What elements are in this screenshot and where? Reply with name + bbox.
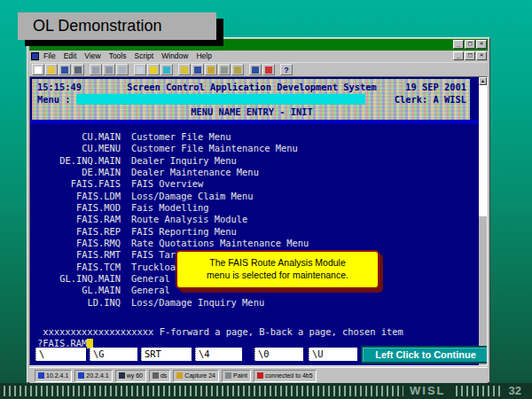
edit-icon bbox=[150, 66, 157, 74]
menu-entry-code: FAIS.RMQ bbox=[37, 238, 121, 249]
clear-button[interactable] bbox=[178, 64, 191, 75]
menu-entry-code: LD.INQ bbox=[37, 297, 121, 309]
menu-entry-row: FAIS.FAISFAIS Overview bbox=[37, 178, 309, 190]
menu-entry-desc: Loss/Damage Claim Menu bbox=[131, 191, 254, 201]
menu-entry-desc: Dealer Maintenance Menu bbox=[131, 167, 259, 177]
settings-button[interactable] bbox=[231, 64, 244, 75]
terminal-session-icon bbox=[38, 372, 44, 379]
menu-view[interactable]: View bbox=[84, 51, 100, 61]
session-button[interactable] bbox=[192, 64, 204, 75]
window-restore-icon[interactable]: □ bbox=[465, 40, 475, 49]
menu-entry-desc: Truckloa bbox=[131, 262, 176, 272]
taskbar-item-capture-24[interactable]: Capture 24 bbox=[173, 370, 219, 382]
child-window-close-icon[interactable]: × bbox=[476, 51, 487, 60]
fkey-label: \0 bbox=[254, 348, 303, 361]
slide-title: OL Demonstration bbox=[18, 12, 216, 40]
terminal-session-icon bbox=[78, 372, 84, 379]
disconnect-icon bbox=[265, 66, 272, 74]
print-preview-button[interactable] bbox=[90, 64, 102, 75]
monitor-icon bbox=[119, 372, 125, 379]
cut-icon bbox=[106, 66, 113, 74]
terminal-text-area: 15:15:49 Screen Control Application Deve… bbox=[30, 77, 479, 365]
menu-entry-desc: Rate Quotations Maintenance Menu bbox=[131, 238, 309, 248]
child-window-minimize-icon[interactable]: _ bbox=[453, 51, 464, 60]
menu-entry-code: DE.INQ.MAIN bbox=[37, 155, 121, 167]
vertical-scrollbar[interactable]: ▲ bbox=[479, 77, 487, 365]
new-button[interactable] bbox=[32, 64, 44, 75]
copy-button[interactable] bbox=[116, 64, 129, 75]
menu-prompt-label: Menu : bbox=[37, 94, 71, 106]
footer-brand: WISL bbox=[403, 384, 452, 397]
cut-button[interactable] bbox=[103, 64, 115, 75]
desktop-taskbar: 10.2.4.120.2.4.1wy 60dsCapture 24Paintco… bbox=[29, 367, 488, 383]
menu-entry-desc: Loss/Damage Inquiry Menu bbox=[131, 297, 264, 308]
menu-edit[interactable]: Edit bbox=[64, 51, 77, 61]
menu-entry-row: FAIS.RMQRate Quotations Maintenance Menu bbox=[37, 238, 309, 249]
capture-icon bbox=[207, 66, 215, 74]
scroll-up-icon[interactable]: ▲ bbox=[479, 77, 487, 85]
footer-strip: WISL 32 bbox=[0, 383, 532, 399]
open-button[interactable] bbox=[45, 64, 58, 75]
child-window-restore-icon[interactable]: □ bbox=[465, 51, 475, 60]
menu-name-input[interactable] bbox=[76, 94, 365, 105]
paging-hint: xxxxxxxxxxxxxxxxxxxx F-forward a page, B… bbox=[37, 326, 403, 338]
taskbar-item-paint[interactable]: Paint bbox=[222, 370, 251, 382]
menu-file[interactable]: File bbox=[43, 51, 56, 61]
menu-entry-desc: FAIS Overview bbox=[131, 178, 203, 189]
callout-line1: The FAIS Route Analysis Module bbox=[177, 256, 378, 269]
disconnect-button[interactable] bbox=[262, 64, 275, 75]
open-icon bbox=[48, 66, 55, 74]
taskbar-item-20-2-4-1[interactable]: 20.2.4.1 bbox=[74, 370, 112, 382]
save-button[interactable] bbox=[59, 64, 71, 75]
terminal-header: 15:15:49 Screen Control Application Deve… bbox=[32, 79, 470, 120]
menu-entry-desc: Customer File Maintenance Menu bbox=[131, 143, 298, 153]
menu-help[interactable]: Help bbox=[196, 51, 211, 61]
taskbar-item-ds[interactable]: ds bbox=[149, 370, 170, 382]
print-button[interactable] bbox=[72, 64, 84, 75]
paste-icon bbox=[137, 66, 144, 74]
menu-entry-code: DE.MAIN bbox=[37, 167, 121, 178]
window-controls: _□× bbox=[453, 40, 487, 49]
menu-entry-code: GL.MAIN bbox=[37, 285, 121, 296]
menu-entry-row: CU.MENUCustomer File Maintenance Menu bbox=[37, 143, 309, 154]
menu-entry-row: CU.MAINCustomer File Menu bbox=[37, 131, 309, 143]
menu-tools[interactable]: Tools bbox=[109, 51, 127, 61]
capture-icon bbox=[176, 372, 183, 379]
print-screen-button[interactable] bbox=[218, 64, 231, 75]
scrollbar-thumb[interactable] bbox=[479, 85, 487, 216]
edit-button[interactable] bbox=[147, 64, 160, 75]
menu-entry-code: FAIS.LDM bbox=[37, 191, 121, 202]
select-button[interactable] bbox=[160, 64, 173, 75]
window-minimize-icon[interactable]: _ bbox=[453, 40, 464, 49]
window-titlebar[interactable]: _□× bbox=[29, 39, 488, 51]
taskbar-item-label: Capture 24 bbox=[184, 372, 215, 379]
taskbar-item-wy-60[interactable]: wy 60 bbox=[115, 370, 146, 382]
fkey-label: \ bbox=[35, 348, 86, 361]
print-screen-icon bbox=[221, 66, 228, 74]
window-close-icon[interactable]: × bbox=[476, 40, 487, 49]
menu-script[interactable]: Script bbox=[134, 51, 153, 61]
toolbar: ? bbox=[29, 62, 488, 76]
paste-button[interactable] bbox=[134, 64, 146, 75]
menu-entry-row: DE.MAINDealer Maintenance Menu bbox=[37, 167, 309, 178]
menu-entry-desc: Fais Modelling bbox=[131, 202, 209, 213]
menu-entry-code: FAIS.RMT bbox=[37, 249, 121, 261]
menu-window[interactable]: Window bbox=[161, 51, 188, 61]
help-button[interactable]: ? bbox=[280, 64, 293, 75]
terminal-screen: 15:15:49 Screen Control Application Deve… bbox=[29, 76, 488, 366]
continue-button[interactable]: Left Click to Continue bbox=[361, 346, 488, 364]
menu-entry-code: FAIS.FAIS bbox=[37, 178, 121, 190]
taskbar-item-connected-to-4b5[interactable]: connected to 4b5 bbox=[254, 370, 317, 382]
save-icon bbox=[61, 66, 68, 74]
fkey-label: \4 bbox=[195, 348, 242, 361]
callout-line2: menu is selected for maintenance. bbox=[177, 269, 378, 281]
child-window-icon[interactable] bbox=[31, 52, 39, 60]
connect-button[interactable] bbox=[249, 64, 262, 75]
menu-entry-row: DE.INQ.MAINDealer Inquiry Menu bbox=[37, 155, 309, 167]
menu-entry-desc: General bbox=[131, 273, 170, 284]
taskbar-item-10-2-4-1[interactable]: 10.2.4.1 bbox=[35, 370, 72, 382]
taskbar-item-label: 10.2.4.1 bbox=[46, 372, 68, 379]
emulator-window: _□× FileEditViewToolsScriptWindowHelp _□… bbox=[27, 37, 490, 383]
fkey-label: \U bbox=[309, 348, 357, 361]
capture-button[interactable] bbox=[205, 64, 217, 75]
